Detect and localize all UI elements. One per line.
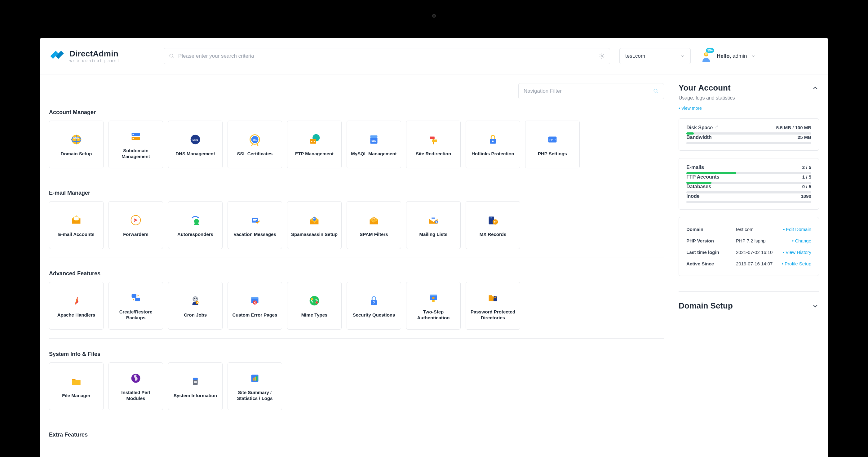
info-link[interactable]: Change [792,238,811,243]
section: Account Manager WWW Domain Setup Subdoma… [49,102,664,177]
passdir-icon [486,291,500,305]
tile-security[interactable]: ? Security Questions [347,282,401,330]
stats-icon [248,371,262,385]
tile-backup[interactable]: Create/Restore Backups [108,282,163,330]
progress-bar [686,132,811,134]
tile-label: SPAM Filters [360,232,388,238]
tile-folder[interactable]: File Manager [49,362,103,410]
tile-redirect[interactable]: Site Redirection [406,121,461,169]
svg-point-40 [312,217,316,221]
mysql-icon: SQL [367,132,381,147]
user-menu[interactable]: 99+ Hello, admin [700,50,755,62]
global-search[interactable] [164,48,610,64]
svg-point-41 [313,218,314,219]
info-row: Active Since 2019-07-16 14:07 Profile Se… [686,258,811,269]
content-area: Account Manager WWW Domain Setup Subdoma… [40,74,673,457]
svg-point-60 [194,298,195,299]
tile-label: Forwarders [123,232,149,238]
sysinfo-icon [188,374,203,389]
tile-perl[interactable]: Installed Perl Modules [108,362,163,410]
tile-apache[interactable]: Apache Handlers [49,282,103,330]
svg-text:SSL: SSL [253,138,257,141]
svg-point-67 [311,298,313,300]
section-title: System Info & Files [49,343,664,362]
device-frame: DirectAdmin web control panel test.com [0,0,868,457]
svg-rect-80 [194,381,197,382]
tile-label: Site Summary / Statistics / Logs [230,390,279,401]
account-panel-header[interactable]: Your Account [679,83,819,93]
gear-icon[interactable] [599,53,605,59]
logo[interactable]: DirectAdmin web control panel [49,48,154,64]
security-icon: ? [367,294,381,308]
tile-label: Domain Setup [61,151,92,157]
spamassassin-icon [307,213,321,227]
svg-text:PHP: PHP [549,138,556,141]
section-title: Extra Features [49,424,664,443]
search-icon [169,53,175,59]
info-row: PHP Version PHP 7.2 lsphp Change [686,235,811,246]
tile-subdomain[interactable]: Subdomain Management [108,121,163,169]
tile-label: Vacation Messages [234,232,276,238]
stat-label: FTP Accounts [686,174,719,180]
info-label: Last time login [686,250,733,255]
svg-point-34 [192,217,193,218]
tile-mailing[interactable]: Mailing Lists [406,201,461,249]
tile-grid: File Manager Installed Perl Modules Syst… [49,362,664,419]
tile-globe[interactable]: WWW Domain Setup [49,121,103,169]
tile-spamassassin[interactable]: Spamassassin Setup [287,201,342,249]
info-label: Domain [686,226,733,232]
tile-errorpages[interactable]: Custom Error Pages [227,282,282,330]
svg-point-13 [132,138,134,139]
info-link[interactable]: View History [782,250,811,255]
tile-forward[interactable]: Forwarders [108,201,163,249]
domain-setup-panel[interactable]: Domain Setup [679,292,819,311]
tile-grid [49,443,664,452]
nav-filter[interactable] [518,83,664,99]
app-screen: DirectAdmin web control panel test.com [40,38,828,457]
svg-point-44 [373,218,374,219]
svg-rect-38 [253,219,257,220]
refresh-icon[interactable] [715,126,719,130]
info-link[interactable]: Edit Domain [783,226,811,232]
tile-lock[interactable]: Hotlinks Protection [466,121,520,169]
tile-label: MySQL Management [351,151,397,157]
tile-label: PHP Settings [538,151,567,157]
info-value: 2021-07-02 16:10 [736,250,779,255]
tile-dns[interactable]: DNS DNS Management [168,121,223,169]
tile-cron[interactable]: Cron Jobs [168,282,223,330]
tile-twostep[interactable]: Two-Step Authentication [406,282,461,330]
view-more-link[interactable]: View more [679,106,702,111]
notification-badge: 99+ [706,48,714,53]
tile-mail[interactable]: E-mail Accounts [49,201,103,249]
camera-dot [432,14,436,18]
tile-stats[interactable]: Site Summary / Statistics / Logs [227,362,282,410]
nav-filter-input[interactable] [524,88,653,94]
tile-php[interactable]: PHP PHP Settings [525,121,580,169]
tile-mysql[interactable]: SQL MySQL Management [347,121,401,169]
backup-icon [129,291,143,305]
tile-autoresp[interactable]: Autoresponders [168,201,223,249]
tile-label: Mailing Lists [420,232,447,238]
tile-label: Site Redirection [416,151,451,157]
tile-ftp[interactable]: FTP FTP Management [287,121,342,169]
search-input[interactable] [178,53,599,59]
svg-rect-37 [252,218,258,222]
tile-ssl[interactable]: SSL SSL Certificates [227,121,282,169]
tile-spam[interactable]: SPAM Filters [347,201,401,249]
main: Account Manager WWW Domain Setup Subdoma… [40,74,828,457]
folder-icon [69,374,83,389]
tile-vacation[interactable]: Vacation Messages [227,201,282,249]
tile-passdir[interactable]: Password Protected Directories [466,282,520,330]
svg-rect-75 [494,298,497,301]
tile-mx[interactable]: MX Records [466,201,520,249]
section: Advanced Features Apache Handlers Create… [49,263,664,339]
domain-dropdown[interactable]: test.com [619,48,691,64]
svg-point-29 [492,141,494,142]
sidebar: Your Account Usage, logs and statistics … [673,74,828,457]
info-link[interactable]: Profile Setup [782,261,811,266]
svg-point-73 [432,297,435,299]
tile-sysinfo[interactable]: System Information [168,362,223,410]
tile-mime[interactable]: Mime Types [287,282,342,330]
svg-rect-23 [370,135,378,138]
mailing-icon [426,213,440,227]
